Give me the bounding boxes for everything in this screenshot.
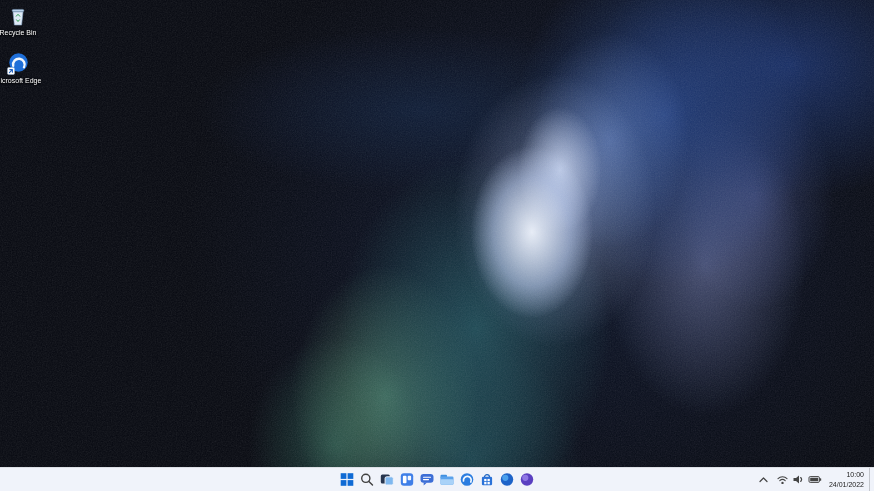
store-button[interactable] [479,470,496,490]
tray-chevron-button[interactable] [755,470,772,490]
wallpaper [0,0,874,491]
edge-icon [460,472,475,487]
task-view-button[interactable] [379,470,396,490]
clock-date: 24/01/2022 [829,480,864,489]
battery-icon [808,473,822,486]
start-button[interactable] [339,470,356,490]
desktop-icon-label: Recycle Bin [0,29,36,37]
file-explorer-button[interactable] [439,470,456,490]
desktop-icon-recycle-bin[interactable]: Recycle Bin [0,6,42,37]
task-view-icon [380,472,395,487]
search-icon [360,472,375,487]
widgets-button[interactable] [399,470,416,490]
chevron-up-icon [757,473,770,486]
microsoft-edge-icon [7,52,30,75]
volume-icon [792,473,805,486]
store-icon [480,472,495,487]
pinned-app-blue-icon [500,472,515,487]
desktop-icon-label: Microsoft Edge [0,77,41,85]
show-desktop-button[interactable] [869,468,873,491]
taskbar-clock[interactable]: 10:00 24/01/2022 [826,470,867,490]
desktop-icon-microsoft-edge[interactable]: Microsoft Edge [0,52,42,85]
widgets-icon [400,472,415,487]
start-icon [340,472,355,487]
desktop-screen: Recycle Bin Microsoft Edge [0,0,874,491]
system-tray: 10:00 24/01/2022 [755,468,874,491]
network-wifi-icon [776,473,789,486]
taskbar: 10:00 24/01/2022 [0,467,874,491]
file-explorer-icon [440,472,455,487]
tray-status-icons[interactable] [774,470,824,490]
chat-icon [420,472,435,487]
taskbar-pinned-apps [339,468,536,491]
edge-button[interactable] [459,470,476,490]
chat-button[interactable] [419,470,436,490]
clock-time: 10:00 [829,470,864,479]
pinned-app-blue-button[interactable] [499,470,516,490]
pinned-app-purple-icon [520,472,535,487]
search-button[interactable] [359,470,376,490]
recycle-bin-icon [8,6,28,27]
pinned-app-purple-button[interactable] [519,470,536,490]
